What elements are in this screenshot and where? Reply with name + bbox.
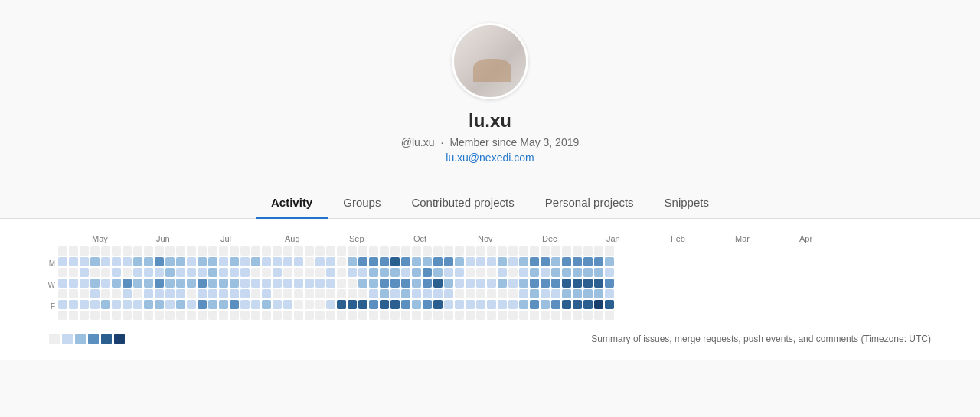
day-cell xyxy=(69,311,78,320)
day-cell xyxy=(433,246,443,256)
week-col xyxy=(90,246,100,323)
day-cell xyxy=(69,246,78,256)
day-cell xyxy=(412,300,421,309)
week-col xyxy=(208,246,217,323)
day-cell xyxy=(594,279,603,288)
day-cell xyxy=(198,279,207,288)
day-cell xyxy=(315,289,325,298)
week-col xyxy=(219,246,228,323)
day-cell xyxy=(305,300,314,309)
legend-cells xyxy=(49,334,125,344)
day-cell xyxy=(80,300,89,309)
day-cell xyxy=(305,289,314,298)
day-cell xyxy=(219,246,228,256)
tab-activity[interactable]: Activity xyxy=(256,188,328,219)
day-cell xyxy=(208,311,217,320)
day-cell xyxy=(165,300,175,309)
day-cell xyxy=(305,257,314,266)
email-link[interactable]: lu.xu@nexedi.com xyxy=(446,151,534,164)
day-cell xyxy=(133,279,142,288)
label-empty4 xyxy=(46,312,55,323)
day-cell xyxy=(165,289,175,298)
day-cell xyxy=(80,246,89,256)
day-cell xyxy=(251,311,260,320)
day-cell xyxy=(69,289,78,298)
day-cell xyxy=(240,257,250,266)
day-cell xyxy=(187,300,196,309)
day-cell xyxy=(498,289,507,298)
label-m: M xyxy=(46,259,55,269)
tab-personal[interactable]: Personal projects xyxy=(530,188,649,219)
day-cell xyxy=(155,257,164,266)
day-cell xyxy=(251,257,260,266)
day-cell xyxy=(219,300,228,309)
day-cell xyxy=(423,300,432,309)
day-cell xyxy=(240,300,250,309)
day-cell xyxy=(380,300,389,309)
day-cell xyxy=(412,279,421,288)
week-col xyxy=(369,246,378,323)
day-cell xyxy=(101,311,110,320)
day-cell xyxy=(208,300,217,309)
day-cell xyxy=(348,289,357,298)
day-cell xyxy=(337,279,346,288)
day-cell xyxy=(455,246,464,256)
day-cell xyxy=(90,257,100,266)
day-cell xyxy=(240,268,250,277)
day-cell xyxy=(230,279,239,288)
day-cell xyxy=(90,300,100,309)
label-empty1 xyxy=(46,248,55,259)
week-col xyxy=(476,246,485,323)
day-cell xyxy=(230,311,239,320)
day-cell xyxy=(508,257,518,266)
day-cell xyxy=(562,279,571,288)
day-cell xyxy=(58,257,67,266)
day-cell xyxy=(337,289,346,298)
day-cell xyxy=(283,279,292,288)
week-col xyxy=(315,246,325,323)
day-cell xyxy=(444,311,453,320)
week-col xyxy=(165,246,175,323)
week-col xyxy=(80,246,89,323)
day-cell xyxy=(240,279,250,288)
day-cell xyxy=(573,279,582,288)
day-cell xyxy=(401,300,410,309)
day-cell xyxy=(262,289,271,298)
label-w: W xyxy=(46,280,55,291)
day-cell xyxy=(348,246,357,256)
day-cell xyxy=(273,246,282,256)
day-cell xyxy=(273,279,282,288)
day-cell xyxy=(283,300,292,309)
day-cell xyxy=(605,257,614,266)
day-cell xyxy=(466,311,475,320)
day-cell xyxy=(294,289,303,298)
day-cell xyxy=(122,279,132,288)
day-cell xyxy=(251,300,260,309)
day-cell xyxy=(198,246,207,256)
day-cell xyxy=(380,268,389,277)
tab-groups[interactable]: Groups xyxy=(328,188,396,219)
day-cell xyxy=(230,257,239,266)
tab-snippets[interactable]: Snippets xyxy=(649,188,724,219)
day-cell xyxy=(133,268,142,277)
day-cell xyxy=(305,268,314,277)
day-cell xyxy=(176,289,185,298)
day-cell xyxy=(401,257,410,266)
day-cell xyxy=(90,311,100,320)
day-cell xyxy=(337,311,346,320)
label-f: F xyxy=(46,301,55,312)
day-cell xyxy=(519,300,528,309)
day-cell xyxy=(348,257,357,266)
week-col xyxy=(498,246,507,323)
day-cell xyxy=(530,257,539,266)
day-cell xyxy=(198,257,207,266)
day-cell xyxy=(230,289,239,298)
week-col xyxy=(348,246,357,323)
tab-contributed[interactable]: Contributed projects xyxy=(396,188,529,219)
week-col xyxy=(294,246,303,323)
day-cell xyxy=(358,268,368,277)
week-col xyxy=(573,246,582,323)
day-cell xyxy=(433,268,443,277)
day-cell xyxy=(455,300,464,309)
month-labels: May Jun Jul Aug Sep Oct Nov Dec Jan Feb … xyxy=(69,234,934,243)
